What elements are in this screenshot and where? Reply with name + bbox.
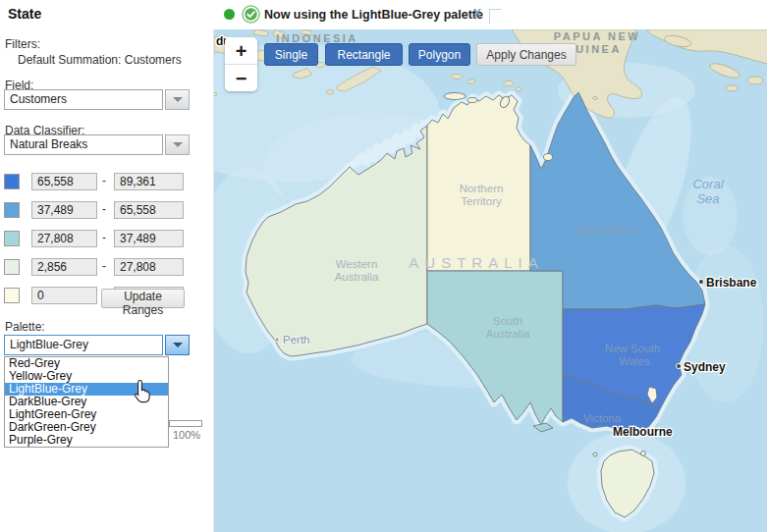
page-title: State — [8, 6, 41, 22]
label-brisbane: Brisbane — [706, 276, 757, 290]
range-to-input[interactable]: 37,489 — [114, 230, 184, 247]
notification-bar: Now using the LightBlue-Grey palette X — [213, 0, 767, 29]
chevron-down-icon[interactable] — [165, 335, 190, 355]
field-select[interactable]: Customers — [4, 89, 190, 110]
filters-label: Filters: — [5, 37, 40, 51]
label-nsw-1: New South — [605, 343, 660, 354]
palette-select-value[interactable]: LightBlue-Grey — [4, 335, 163, 355]
label-coral-sea-2: Sea — [696, 191, 719, 206]
range-from-input[interactable]: 37,489 — [31, 201, 97, 219]
label-nt-1: Northern — [460, 183, 504, 194]
zoom-control: + − — [225, 37, 257, 91]
status-dot-icon — [224, 9, 235, 20]
classifier-select-value[interactable]: Natural Breaks — [4, 134, 163, 155]
range-separator: - — [102, 202, 106, 216]
label-nsw-2: Wales — [619, 355, 650, 367]
zoom-in-button[interactable]: + — [225, 37, 257, 64]
palette-option[interactable]: DarkGreen-Grey — [5, 421, 168, 434]
range-swatch — [4, 259, 20, 275]
opacity-value: 100% — [173, 429, 200, 441]
label-wa-1: Western — [336, 258, 378, 270]
label-sa-1: South — [493, 315, 522, 327]
groote-eylandt — [544, 154, 553, 161]
label-coral-sea-1: Coral — [692, 177, 724, 191]
range-swatch — [4, 174, 20, 189]
label-png-1: PAPUA NEW — [554, 30, 641, 42]
brisbane-dot — [698, 279, 703, 284]
success-check-icon — [242, 5, 260, 24]
range-from-input[interactable]: 0 — [31, 287, 97, 304]
label-sydney: Sydney — [684, 360, 726, 374]
palette-select[interactable]: LightBlue-Grey — [4, 335, 190, 355]
palette-label: Palette: — [5, 320, 45, 334]
hand-cursor-icon — [132, 379, 155, 404]
classifier-select[interactable]: Natural Breaks — [4, 134, 190, 155]
range-separator: - — [102, 231, 106, 244]
filters-value: Default Summation: Customers — [18, 53, 182, 67]
range-separator: - — [102, 174, 106, 187]
range-separator: - — [102, 259, 106, 273]
chevron-down-icon[interactable] — [165, 89, 190, 110]
partial-box-icon — [489, 9, 502, 24]
label-sa-2: Australia — [486, 328, 530, 340]
chevron-down-icon[interactable] — [165, 134, 190, 155]
range-from-input[interactable]: 2,856 — [31, 258, 97, 276]
range-from-input[interactable]: 65,558 — [31, 173, 97, 190]
range-to-input[interactable]: 27,808 — [114, 258, 184, 276]
update-ranges-button[interactable]: Update Ranges — [101, 289, 185, 308]
label-qld: Queensland — [576, 224, 637, 236]
range-row: 2,856 - 27,808 — [0, 258, 213, 277]
king-island — [593, 452, 597, 456]
notification-close-button[interactable]: X — [473, 7, 481, 21]
palette-option[interactable]: Purple-Grey — [5, 434, 168, 447]
label-melbourne: Melbourne — [613, 425, 673, 439]
label-perth: Perth — [283, 334, 310, 346]
label-wa-2: Australia — [335, 271, 379, 283]
apply-changes-button[interactable]: Apply Changes — [476, 43, 576, 66]
label-australia: AUSTRALIA — [409, 254, 543, 271]
basemap-svg: INDONESIA PAPUA NEW GUINEA AUSTRALIA Nor… — [214, 29, 767, 532]
label-vic: Victoria — [583, 412, 622, 424]
range-to-input[interactable]: 65,558 — [114, 201, 184, 219]
range-swatch — [4, 231, 20, 246]
range-row: 27,808 - 37,489 — [0, 230, 213, 248]
field-select-value[interactable]: Customers — [4, 89, 163, 110]
single-select-button[interactable]: Single — [264, 43, 318, 66]
app-root: State Filters: Default Summation: Custom… — [0, 0, 767, 532]
palette-option[interactable]: LightGreen-Grey — [5, 408, 168, 421]
flinders-island — [641, 452, 646, 456]
perth-dot — [275, 338, 279, 342]
range-row: 37,489 - 65,558 — [0, 201, 213, 220]
notification-message: Now using the LightBlue-Grey palette — [264, 0, 483, 29]
range-from-input[interactable]: 27,808 — [31, 230, 97, 247]
melville-island — [444, 93, 466, 100]
sydney-dot — [676, 363, 681, 368]
config-panel: State Filters: Default Summation: Custom… — [0, 0, 213, 532]
palette-option[interactable]: Red-Grey — [5, 357, 168, 370]
zoom-out-button[interactable]: − — [225, 65, 257, 91]
range-swatch — [4, 202, 20, 218]
range-to-input[interactable]: 89,361 — [114, 173, 184, 190]
range-row: 65,558 - 89,361 — [0, 173, 213, 191]
map-canvas[interactable]: INDONESIA PAPUA NEW GUINEA AUSTRALIA Nor… — [213, 29, 767, 532]
range-swatch — [4, 288, 20, 303]
rectangle-select-button[interactable]: Rectangle — [325, 43, 403, 66]
label-nt-2: Territory — [461, 195, 502, 207]
polygon-select-button[interactable]: Polygon — [409, 43, 470, 66]
opacity-slider[interactable] — [169, 420, 202, 427]
